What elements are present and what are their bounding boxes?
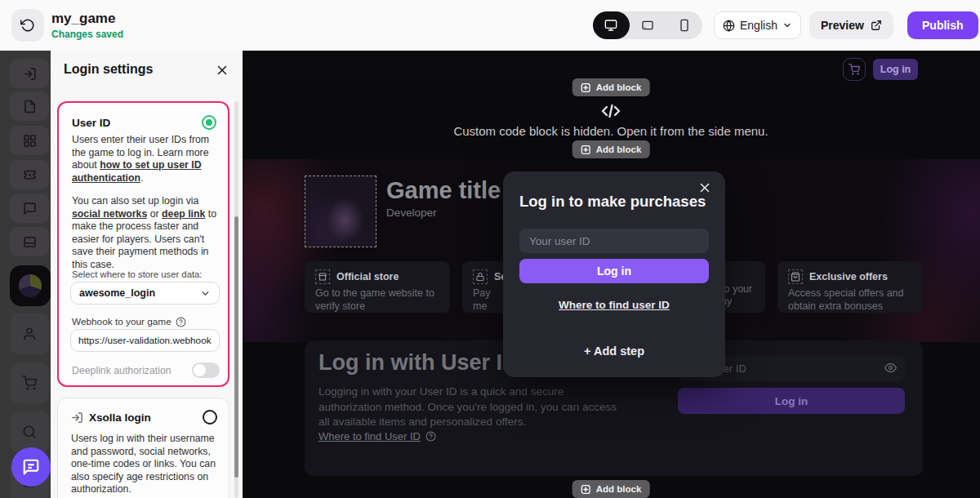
modal-user-id-input[interactable] xyxy=(519,229,709,253)
xsolla-login-icon xyxy=(71,411,83,424)
add-block-button-middle[interactable]: Add block xyxy=(572,140,650,158)
webhook-label: Webhook to your game xyxy=(72,316,172,327)
sidebar-item-pages[interactable] xyxy=(10,91,49,121)
publish-label: Publish xyxy=(922,19,964,32)
tablet-icon xyxy=(641,19,654,32)
chat-icon xyxy=(23,202,37,216)
sidebar-item-footer[interactable] xyxy=(10,227,49,256)
sidebar-item-store[interactable] xyxy=(10,362,49,403)
cart-icon xyxy=(849,64,860,75)
modal-title: Log in to make purchases xyxy=(519,193,706,211)
site-preview: Log in Add block Custom code block is hi… xyxy=(243,51,980,498)
xsolla-radio-unselected[interactable] xyxy=(203,410,217,425)
game-logo-icon xyxy=(19,274,42,297)
block-sidebar xyxy=(0,51,51,498)
login-settings-panel: Login settings User ID Users enter their… xyxy=(51,51,243,498)
user-id-option-card[interactable]: User ID Users enter their user IDs from … xyxy=(57,101,229,387)
game-logo-image[interactable] xyxy=(305,176,376,247)
undo-icon xyxy=(20,18,35,33)
modal-link-row: Where to find user ID xyxy=(503,299,725,311)
panel-close-button[interactable] xyxy=(215,62,231,78)
game-logo-card[interactable] xyxy=(10,265,51,306)
user-id-paragraph-2: You can also set up login via social net… xyxy=(72,195,220,272)
ticket-icon xyxy=(23,168,37,182)
modal-user-id-field xyxy=(519,229,709,253)
preview-cart-button[interactable] xyxy=(843,58,866,81)
add-step-button[interactable]: + Add step xyxy=(503,345,725,358)
mobile-view-button[interactable] xyxy=(666,11,702,39)
app-window: my_game Changes saved English Preview Pu… xyxy=(0,0,980,498)
preview-label: Preview xyxy=(821,19,864,32)
card-description: Access special offers and obtain extra b… xyxy=(788,287,912,313)
social-networks-link[interactable]: social networks xyxy=(72,208,147,220)
add-block-button-top[interactable]: Add block xyxy=(572,78,650,96)
webhook-field-wrap xyxy=(70,329,220,352)
grid-icon xyxy=(23,134,37,148)
preview-button[interactable]: Preview xyxy=(809,11,893,39)
mobile-icon xyxy=(678,19,691,32)
sidebar-item-account[interactable] xyxy=(10,313,49,354)
panel-scrollbar-thumb[interactable] xyxy=(234,216,238,478)
cart-icon xyxy=(22,376,37,390)
where-to-find-user-id-link[interactable]: Where to find user ID xyxy=(559,299,670,311)
layout-icon xyxy=(23,235,37,249)
panel-title: Login settings xyxy=(64,62,153,77)
project-title: my_game xyxy=(51,11,115,27)
chevron-down-icon xyxy=(200,288,211,299)
store-data-label: Select where to store user data: xyxy=(72,269,203,279)
panel-scrollbar-track[interactable] xyxy=(234,101,238,498)
user-id-radio-selected[interactable] xyxy=(202,115,216,130)
device-preview-switcher xyxy=(593,11,702,39)
deeplink-row: Deeplink authorization xyxy=(72,362,220,378)
desktop-icon xyxy=(604,19,617,32)
xsolla-login-option-card[interactable]: Xsolla login Users log in with their use… xyxy=(57,398,229,498)
where-to-find-user-id-link[interactable]: Where to find User ID xyxy=(318,430,421,442)
preview-header-login-button[interactable]: Log in xyxy=(873,59,918,80)
deeplink-toggle-off[interactable] xyxy=(192,362,220,378)
benefit-card-exclusive-offers[interactable]: Exclusive offers Access special offers a… xyxy=(777,261,923,313)
bag-icon xyxy=(788,269,803,284)
plus-square-icon xyxy=(581,145,591,155)
sidebar-item-promotions[interactable] xyxy=(10,160,49,189)
chat-bubble-icon xyxy=(22,458,40,476)
login-icon xyxy=(23,67,37,81)
card-title: Exclusive offers xyxy=(809,271,888,282)
code-icon xyxy=(601,101,621,121)
help-icon[interactable] xyxy=(176,317,186,327)
publish-button[interactable]: Publish xyxy=(907,11,978,39)
undo-button[interactable] xyxy=(11,9,44,42)
search-icon xyxy=(22,425,37,439)
add-block-button-bottom[interactable]: Add block xyxy=(572,480,650,498)
deep-link-link[interactable]: deep link xyxy=(162,208,205,220)
card-description: Go to the game website to verify store xyxy=(315,287,439,313)
tablet-view-button[interactable] xyxy=(630,11,666,39)
eye-icon[interactable] xyxy=(884,362,897,374)
custom-code-message: Custom code block is hidden. Open it fro… xyxy=(453,124,768,138)
sidebar-item-login[interactable] xyxy=(10,59,49,88)
user-id-paragraph-1: Users enter their user IDs from the game… xyxy=(72,134,220,185)
support-chat-button[interactable] xyxy=(11,447,51,487)
section-login-button[interactable]: Log in xyxy=(678,388,905,414)
desktop-view-button[interactable] xyxy=(593,11,630,39)
benefit-card-official-store[interactable]: Official store Go to the game website to… xyxy=(305,261,450,313)
card-title: Official store xyxy=(336,271,399,282)
game-developer: Developer xyxy=(386,207,437,219)
section-description: Logging in with your User ID is a quick … xyxy=(318,385,619,430)
sidebar-item-feedback[interactable] xyxy=(10,193,49,223)
topbar: my_game Changes saved English Preview Pu… xyxy=(0,0,980,51)
webhook-input[interactable] xyxy=(71,330,219,351)
store-data-select[interactable]: awesome_login xyxy=(70,282,220,305)
game-title: Game title xyxy=(386,177,501,204)
sidebar-item-seo[interactable] xyxy=(10,411,49,452)
language-selector[interactable]: English xyxy=(714,11,801,39)
sidebar-item-blocks[interactable] xyxy=(10,126,49,155)
xsolla-option-title: Xsolla login xyxy=(89,411,151,424)
xsolla-description: Users log in with their username and pas… xyxy=(71,433,220,496)
store-icon xyxy=(315,269,330,284)
user-icon xyxy=(22,327,37,341)
close-icon xyxy=(215,63,231,78)
modal-login-button[interactable]: Log in xyxy=(519,259,709,283)
card-text-fragment: to your xyxy=(721,283,752,295)
plus-square-icon xyxy=(581,484,591,495)
language-label: English xyxy=(740,19,777,32)
